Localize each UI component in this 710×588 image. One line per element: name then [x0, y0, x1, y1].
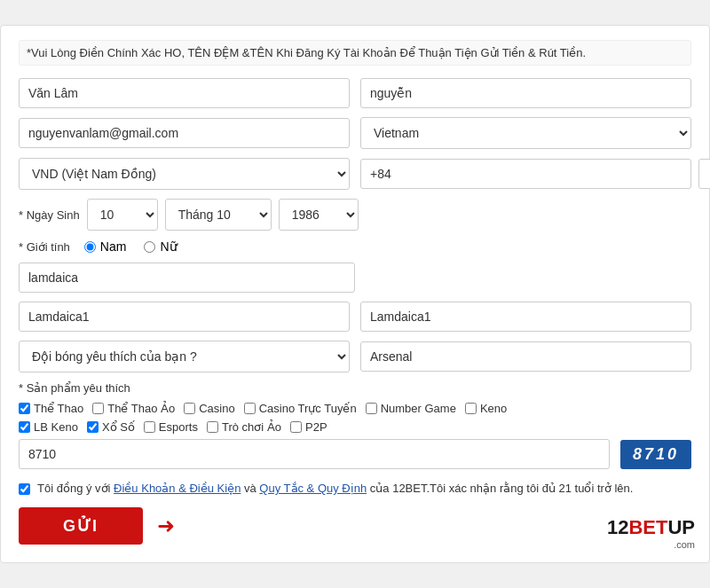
email-col: [19, 118, 350, 148]
cb-the-thao-label: Thể Thao: [34, 402, 83, 415]
cb-p2p[interactable]: P2P: [290, 420, 327, 434]
last-name-col: [19, 78, 350, 108]
cb-casino-label: Casino: [199, 402, 234, 415]
phone-number-input[interactable]: [698, 159, 710, 189]
currency-select[interactable]: VND (Việt Nam Đồng) USD THB: [19, 158, 350, 190]
submit-button[interactable]: GỬI: [19, 507, 143, 545]
cb-xo-so[interactable]: Xổ Số: [87, 420, 135, 434]
security-question-col: Đội bóng yêu thích của bạn ?: [19, 341, 350, 372]
cb-lb-keno-input[interactable]: [19, 421, 30, 433]
logo-up: UP: [667, 516, 695, 538]
logo-12: 12: [607, 516, 628, 538]
cb-the-thao-ao-label: Thể Thao Ảo: [107, 402, 175, 415]
terms-link1[interactable]: Điều Khoản & Điều Kiện: [114, 482, 241, 495]
cb-number-game-input[interactable]: [366, 403, 377, 414]
cb-keno-input[interactable]: [465, 403, 477, 414]
checkbox-row-2: LB Keno Xổ Số Esports Trò chơi Ảo P2P: [19, 420, 691, 434]
terms-text: Tôi đồng ý với Điều Khoản & Điều Kiện và…: [37, 482, 633, 495]
country-select[interactable]: Vietnam Thailand Cambodia: [360, 117, 691, 149]
gender-section: * Giới tính Nam Nữ: [19, 239, 691, 254]
last-name-input[interactable]: [19, 78, 350, 108]
dob-year-select[interactable]: 1986: [279, 199, 359, 231]
dob-day-select[interactable]: 10: [87, 199, 158, 231]
notice-text: *Vui Lòng Điền Chính Xác HO, TÊN ĐỆM &TÊ…: [19, 40, 691, 66]
gender-nam-label: Nam: [100, 239, 127, 254]
cb-casino-truc-tuyen-label: Casino Trực Tuyến: [259, 402, 357, 415]
username-row: [19, 263, 691, 293]
password-col: [19, 302, 350, 332]
cb-the-thao-input[interactable]: [19, 403, 30, 414]
cb-number-game[interactable]: Number Game: [366, 402, 456, 415]
username-col: [19, 263, 355, 293]
country-col: Vietnam Thailand Cambodia: [360, 117, 691, 149]
email-country-row: Vietnam Thailand Cambodia: [19, 117, 691, 149]
cb-the-thao[interactable]: Thể Thao: [19, 402, 83, 415]
security-row: Đội bóng yêu thích của bạn ?: [19, 341, 691, 372]
captcha-row: 8710: [19, 439, 691, 469]
gender-nam-radio[interactable]: [84, 241, 96, 253]
password-row: [19, 302, 691, 332]
logo-sub: .com: [607, 539, 695, 550]
security-question-select[interactable]: Đội bóng yêu thích của bạn ?: [19, 341, 350, 372]
gender-label: * Giới tính: [19, 240, 70, 254]
dob-label: * Ngày Sinh: [19, 208, 80, 222]
cb-number-game-label: Number Game: [381, 402, 456, 415]
cb-p2p-label: P2P: [305, 420, 327, 434]
name-row: [19, 78, 691, 108]
registration-form: *Vui Lòng Điền Chính Xác HO, TÊN ĐỆM &TÊ…: [0, 25, 710, 563]
phone-row: [360, 159, 691, 189]
terms-link2[interactable]: Quy Tắc & Quy Định: [259, 482, 367, 495]
logo-area: 12BETUP .com: [607, 516, 695, 550]
confirm-password-input[interactable]: [360, 302, 691, 332]
security-answer-col: [360, 341, 691, 372]
password-input[interactable]: [19, 302, 350, 332]
first-name-input[interactable]: [360, 78, 691, 108]
cb-keno[interactable]: Keno: [465, 402, 507, 415]
cb-casino-input[interactable]: [184, 403, 195, 414]
gender-options: Nam Nữ: [84, 239, 178, 254]
phone-col: [360, 159, 691, 189]
cb-casino[interactable]: Casino: [184, 402, 234, 415]
username-input[interactable]: [19, 263, 355, 293]
captcha-display: 8710: [620, 440, 691, 469]
cb-esports-label: Esports: [159, 420, 198, 434]
checkbox-row-1: Thể Thao Thể Thao Ảo Casino Casino Trực …: [19, 402, 691, 415]
cb-lb-keno[interactable]: LB Keno: [19, 420, 78, 434]
terms-checkbox[interactable]: [19, 483, 30, 495]
phone-prefix-input[interactable]: [360, 159, 691, 189]
logo-bet: BET: [628, 516, 667, 538]
cb-casino-truc-tuyen-input[interactable]: [244, 403, 256, 414]
submit-row: GỬI ➜: [19, 507, 691, 545]
first-name-col: [360, 78, 691, 108]
dob-row: * Ngày Sinh 10 Tháng 10 1986: [19, 199, 691, 231]
cb-casino-truc-tuyen[interactable]: Casino Trực Tuyến: [244, 402, 357, 415]
gender-nu-label: Nữ: [160, 239, 177, 254]
dob-month-select[interactable]: Tháng 10: [165, 199, 272, 231]
cb-p2p-input[interactable]: [290, 421, 302, 433]
terms-row: Tôi đồng ý với Điều Khoản & Điều Kiện và…: [19, 482, 691, 495]
cb-xo-so-input[interactable]: [87, 421, 99, 433]
cb-tro-choi-ao-label: Trò chơi Ảo: [222, 420, 281, 434]
cb-tro-choi-ao-input[interactable]: [207, 421, 218, 433]
currency-phone-row: VND (Việt Nam Đồng) USD THB: [19, 158, 691, 190]
favorite-products-label: * Sản phẩm yêu thích: [19, 381, 691, 395]
cb-lb-keno-label: LB Keno: [34, 420, 78, 434]
cb-esports-input[interactable]: [144, 421, 155, 433]
captcha-input[interactable]: [19, 439, 610, 469]
gender-nu-option[interactable]: Nữ: [144, 239, 177, 254]
cb-esports[interactable]: Esports: [144, 420, 198, 434]
confirm-password-col: [360, 302, 691, 332]
security-answer-input[interactable]: [360, 341, 691, 372]
cb-the-thao-ao-input[interactable]: [92, 403, 104, 414]
cb-xo-so-label: Xổ Số: [102, 420, 135, 434]
gender-nu-radio[interactable]: [144, 241, 155, 253]
currency-col: VND (Việt Nam Đồng) USD THB: [19, 158, 350, 190]
gender-nam-option[interactable]: Nam: [84, 239, 127, 254]
logo-text: 12BETUP: [607, 516, 695, 539]
arrow-icon: ➜: [157, 514, 175, 538]
cb-keno-label: Keno: [480, 402, 507, 415]
cb-the-thao-ao[interactable]: Thể Thao Ảo: [92, 402, 175, 415]
email-input[interactable]: [19, 118, 350, 148]
cb-tro-choi-ao[interactable]: Trò chơi Ảo: [207, 420, 281, 434]
